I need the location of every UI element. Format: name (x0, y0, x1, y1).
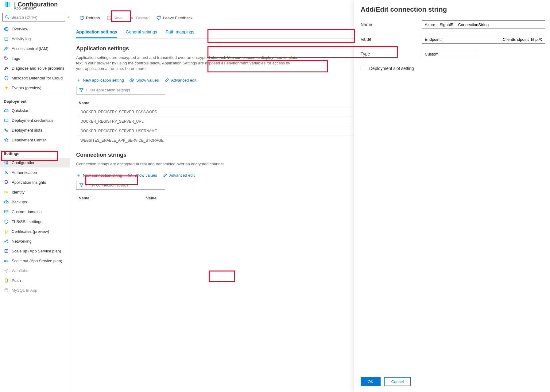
sidebar-item-tls-ssl-settings[interactable]: TLS/SSL settings (0, 217, 70, 226)
conn-filter-box[interactable] (76, 181, 165, 190)
value-input[interactable] (422, 35, 545, 44)
nav-label: Diagnose and solve problems (12, 66, 64, 71)
nav-label: Activity log (12, 37, 31, 41)
sidebar-item-authentication[interactable]: Authentication (0, 167, 70, 177)
search-input[interactable] (11, 15, 63, 20)
backup-icon (4, 199, 9, 204)
svg-marker-46 (79, 88, 83, 92)
sidebar-item-overview[interactable]: Overview (0, 24, 70, 34)
svg-point-22 (7, 162, 8, 163)
svg-point-49 (130, 175, 131, 176)
name-input[interactable] (422, 20, 545, 29)
ok-button[interactable]: OK (361, 377, 381, 386)
feedback-button[interactable]: Leave Feedback (153, 13, 196, 23)
sidebar-item-networking[interactable]: Networking (0, 236, 70, 246)
svg-point-10 (7, 47, 8, 48)
nav-label: Deployment slots (12, 128, 42, 133)
svg-rect-13 (4, 119, 8, 122)
center-icon (4, 137, 9, 142)
collapse-sidebar-button[interactable]: « (68, 15, 70, 19)
sidebar-item-deployment-credentials[interactable]: Deployment credentials (0, 115, 70, 125)
svg-point-21 (6, 163, 7, 164)
sidebar-item-identity[interactable]: Identity (0, 187, 70, 197)
sidebar-item-deployment-slots[interactable]: Deployment slots (0, 125, 70, 135)
svg-point-23 (6, 171, 7, 172)
sidebar-item-microsoft-defender-for-cloud[interactable]: Microsoft Defender for Cloud (0, 73, 70, 83)
sidebar-item-scale-out-app-service-plan-[interactable]: Scale out (App Service plan) (0, 256, 70, 266)
type-select[interactable] (422, 50, 477, 58)
save-button[interactable]: Save (104, 13, 126, 23)
sidebar-item-activity-log[interactable]: Activity log (0, 34, 70, 44)
svg-point-20 (4, 161, 5, 162)
app-filter-box[interactable] (76, 86, 165, 94)
sidebar-item-certificates-preview-[interactable]: Certificates (preview) (0, 226, 70, 236)
section-deployment: Deployment (0, 95, 70, 106)
nav-label: Custom domains (12, 209, 42, 214)
eye-icon (130, 78, 134, 83)
svg-point-28 (4, 241, 5, 242)
sidebar-item-quickstart[interactable]: Quickstart (0, 106, 70, 115)
svg-point-9 (5, 47, 6, 48)
conn-show-values-button[interactable]: Show values (128, 173, 157, 178)
connection-string-panel: Add/Edit connection string Name Value Ty… (354, 0, 550, 392)
conn-advanced-edit-button[interactable]: Advanced edit (163, 173, 195, 178)
slot-checkbox[interactable] (361, 66, 366, 71)
new-conn-string-button[interactable]: New connection string (76, 173, 122, 178)
sidebar-item-configuration[interactable]: Configuration (0, 158, 70, 167)
app-show-values-button[interactable]: Show values (130, 78, 159, 83)
sidebar-item-access-control-iam-[interactable]: Access control (IAM) (0, 44, 70, 53)
refresh-button[interactable]: Refresh (76, 13, 103, 23)
nav-label: MySQL In App (12, 288, 37, 293)
nav-label: Deployment credentials (12, 118, 53, 123)
heart-icon (156, 15, 161, 20)
nav-label: Networking (12, 239, 32, 244)
sidebar-item-tags[interactable]: Tags (0, 53, 70, 63)
app-advanced-edit-button[interactable]: Advanced edit (164, 78, 196, 83)
pencil-icon (164, 78, 169, 83)
sidebar-item-scale-up-app-service-plan-[interactable]: Scale up (App Service plan) (0, 246, 70, 256)
refresh-icon (79, 15, 84, 20)
sidebar-item-webjobs[interactable]: WebJobs (0, 266, 70, 275)
pencil-icon (163, 173, 168, 178)
creds-icon (4, 118, 9, 123)
sidebar-item-custom-domains[interactable]: Custom domains (0, 207, 70, 217)
value-label: Value (361, 37, 422, 42)
sidebar-item-push[interactable]: Push (0, 275, 70, 285)
svg-point-40 (5, 288, 8, 290)
cert-icon (4, 229, 9, 234)
sidebar-item-events-preview-[interactable]: Events (preview) (0, 83, 70, 93)
sidebar-item-application-insights[interactable]: Application Insights (0, 177, 70, 187)
sidebar-item-diagnose-and-solve-problems[interactable]: Diagnose and solve problems (0, 63, 70, 73)
svg-marker-12 (4, 86, 8, 90)
app-filter-input[interactable] (86, 88, 162, 92)
svg-rect-33 (5, 249, 8, 252)
nav-label: Push (12, 278, 21, 283)
nav-label: Microsoft Defender for Cloud (12, 76, 63, 80)
cancel-button[interactable]: Cancel (384, 377, 411, 386)
new-app-setting-button[interactable]: New application setting (76, 78, 124, 83)
nav-label: Configuration (12, 160, 35, 165)
sidebar-item-deployment-center[interactable]: Deployment Center (0, 135, 70, 145)
nav-label: Certificates (preview) (12, 229, 49, 234)
nav-label: Application Insights (12, 180, 46, 185)
cloud-icon (4, 108, 9, 113)
svg-rect-34 (4, 260, 6, 262)
nav-label: Tags (12, 56, 20, 61)
nav-label: WebJobs (12, 268, 28, 273)
discard-button[interactable]: Discard (126, 13, 153, 23)
iam-icon (4, 46, 9, 51)
identity-icon (4, 190, 9, 194)
insights-icon (4, 180, 9, 185)
svg-point-39 (6, 281, 6, 282)
sidebar-item-backups[interactable]: Backups (0, 197, 70, 207)
tab-path-mappings[interactable]: Path mappings (166, 27, 194, 38)
tab-application-settings[interactable]: Application settings (76, 27, 117, 38)
conn-filter-input[interactable] (86, 183, 162, 187)
svg-point-11 (5, 57, 6, 58)
app-col-name: Name (79, 101, 146, 105)
mysql-icon (4, 288, 9, 293)
tab-general-settings[interactable]: General settings (126, 27, 157, 38)
sliders-icon (4, 160, 9, 165)
sidebar-item-mysql-in-app[interactable]: MySQL In App (0, 285, 70, 295)
sidebar-search[interactable] (2, 13, 65, 21)
